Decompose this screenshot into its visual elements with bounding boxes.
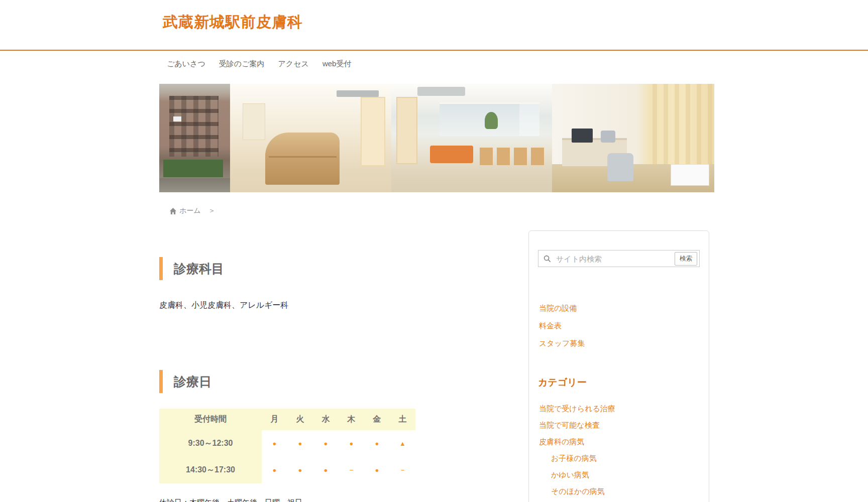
category-item-children[interactable]: お子様の病気 — [539, 453, 700, 463]
category-item-treatments[interactable]: 当院で受けられる治療 — [539, 404, 700, 414]
sidebar-item-price-list[interactable]: 料金表 — [539, 321, 700, 331]
site-search: 検索 — [538, 250, 700, 267]
decor-equipment — [601, 131, 615, 143]
decor-plant — [485, 112, 498, 129]
decor-monitor — [572, 129, 593, 143]
category-item-other[interactable]: そのほかの病気 — [539, 486, 700, 496]
schedule-header-wed: 水 — [313, 409, 339, 430]
category-item-skin-diseases[interactable]: 皮膚科の病気 — [539, 437, 700, 447]
schedule-header-sat: 土 — [390, 409, 415, 430]
schedule-header-fri: 金 — [364, 409, 390, 430]
schedule-header-mon: 月 — [262, 409, 287, 430]
schedule-mark: ● — [313, 457, 339, 483]
schedule-header-time: 受付時間 — [159, 409, 262, 430]
search-icon — [544, 255, 551, 263]
category-list: 当院で受けられる治療 当院で可能な検査 皮膚科の病気 お子様の病気 かゆい病気 … — [538, 404, 700, 502]
section-title-departments: 診療科目 — [159, 257, 506, 280]
decor-street — [159, 178, 230, 192]
search-button[interactable]: 検索 — [675, 252, 697, 266]
sidebar-link-price-list[interactable]: 料金表 — [539, 321, 562, 330]
breadcrumb: ホーム ＞ — [159, 206, 506, 216]
schedule-mark: ● — [262, 457, 287, 483]
schedule-mark: ● — [313, 430, 339, 457]
photo-waiting-room — [391, 84, 552, 192]
sidebar-link-facilities[interactable]: 当院の設備 — [539, 304, 577, 312]
decor-building-windows — [169, 96, 219, 157]
schedule-mark: ● — [262, 430, 287, 457]
nav-item-web-reception[interactable]: web受付 — [322, 59, 352, 69]
category-link-itchy[interactable]: かゆい病気 — [551, 470, 589, 479]
schedule-time-morning: 9:30～12:30 — [159, 430, 262, 457]
schedule-time-afternoon: 14:30～17:30 — [159, 457, 262, 483]
sidebar-links: 当院の設備 料金表 スタッフ募集 — [538, 303, 700, 348]
schedule-header-tue: 火 — [287, 409, 313, 430]
photo-reception-counter — [230, 84, 392, 192]
category-link-tests[interactable]: 当院で可能な検査 — [539, 421, 600, 429]
decor-ceiling-vent — [337, 90, 379, 97]
decor-wall-panel — [243, 103, 265, 140]
decor-exam-chair — [607, 153, 633, 181]
sidebar: 検索 当院の設備 料金表 スタッフ募集 カテゴリー 当院で受けられる治療 当院で… — [528, 206, 709, 502]
nav-item-greeting[interactable]: ごあいさつ — [167, 59, 205, 69]
closed-days-note: 休診日：木曜午後、土曜午後、日曜、祝日 — [159, 498, 506, 502]
category-link-children[interactable]: お子様の病気 — [551, 454, 597, 462]
photo-examination-room — [552, 84, 714, 192]
category-link-skin-diseases[interactable]: 皮膚科の病気 — [539, 437, 584, 446]
departments-text: 皮膚科、小児皮膚科、アレルギー科 — [159, 300, 506, 311]
schedule-mark: ● — [364, 430, 390, 457]
decor-desk-line — [269, 156, 337, 158]
schedule-mark: ● — [364, 457, 390, 483]
sidebar-link-staff-recruit[interactable]: スタッフ募集 — [539, 339, 585, 347]
schedule-mark: ▲ — [390, 430, 415, 457]
breadcrumb-home-link[interactable]: ホーム — [179, 206, 201, 215]
schedule-mark: − — [390, 457, 415, 483]
nav-item-access[interactable]: アクセス — [278, 59, 308, 69]
decor-chairs — [480, 148, 544, 165]
decor-storefront — [163, 160, 223, 177]
schedule-header-row: 受付時間 月 火 水 木 金 土 — [159, 409, 415, 430]
home-icon — [169, 207, 177, 215]
schedule-mark: ● — [339, 430, 364, 457]
main-nav: ごあいさつ 受診のご案内 アクセス web受付 — [0, 51, 868, 84]
sidebar-item-staff-recruit[interactable]: スタッフ募集 — [539, 338, 700, 348]
main-content: ホーム ＞ 診療科目 皮膚科、小児皮膚科、アレルギー科 診療日 受付時間 月 火… — [159, 206, 506, 502]
breadcrumb-separator: ＞ — [208, 206, 215, 215]
schedule-header-thu: 木 — [339, 409, 364, 430]
sidebar-item-facilities[interactable]: 当院の設備 — [539, 303, 700, 313]
search-input[interactable] — [555, 254, 675, 264]
category-item-itchy[interactable]: かゆい病気 — [539, 470, 700, 480]
decor-door — [361, 97, 385, 166]
decor-door — [396, 97, 417, 164]
decor-exam-bed — [671, 164, 709, 186]
category-item-tests[interactable]: 当院で可能な検査 — [539, 420, 700, 430]
photo-banner — [159, 84, 714, 192]
nav-item-visit-guide[interactable]: 受診のご案内 — [219, 59, 265, 69]
schedule-table: 受付時間 月 火 水 木 金 土 9:30～12:30 ● ● ● ● ● ▲ — [159, 409, 415, 483]
category-link-treatments[interactable]: 当院で受けられる治療 — [539, 404, 615, 413]
schedule-mark: − — [339, 457, 364, 483]
nav-link-visit-guide[interactable]: 受診のご案内 — [219, 59, 265, 68]
category-title: カテゴリー — [538, 376, 700, 389]
nav-list: ごあいさつ 受診のご案内 アクセス web受付 — [154, 51, 714, 84]
site-header: 武蔵新城駅前皮膚科 — [0, 0, 868, 51]
sidebar-panel: 検索 当院の設備 料金表 スタッフ募集 カテゴリー 当院で受けられる治療 当院で… — [528, 230, 709, 502]
photo-clinic-building-exterior — [159, 84, 230, 192]
decor-curtain — [653, 84, 714, 177]
schedule-mark: ● — [287, 457, 313, 483]
category-link-other[interactable]: そのほかの病気 — [551, 487, 605, 495]
schedule-row-morning: 9:30～12:30 ● ● ● ● ● ▲ — [159, 430, 415, 457]
section-title-schedule: 診療日 — [159, 370, 506, 393]
decor-reception-desk — [265, 133, 340, 185]
schedule-row-afternoon: 14:30～17:30 ● ● ● − ● − — [159, 457, 415, 483]
decor-building-sign — [173, 116, 181, 121]
site-title[interactable]: 武蔵新城駅前皮膚科 — [154, 0, 714, 50]
decor-air-conditioner — [417, 87, 466, 95]
decor-orange-sofa — [430, 146, 473, 163]
nav-link-greeting[interactable]: ごあいさつ — [167, 59, 205, 68]
nav-link-web-reception[interactable]: web受付 — [322, 59, 352, 68]
nav-link-access[interactable]: アクセス — [278, 59, 308, 68]
schedule-mark: ● — [287, 430, 313, 457]
